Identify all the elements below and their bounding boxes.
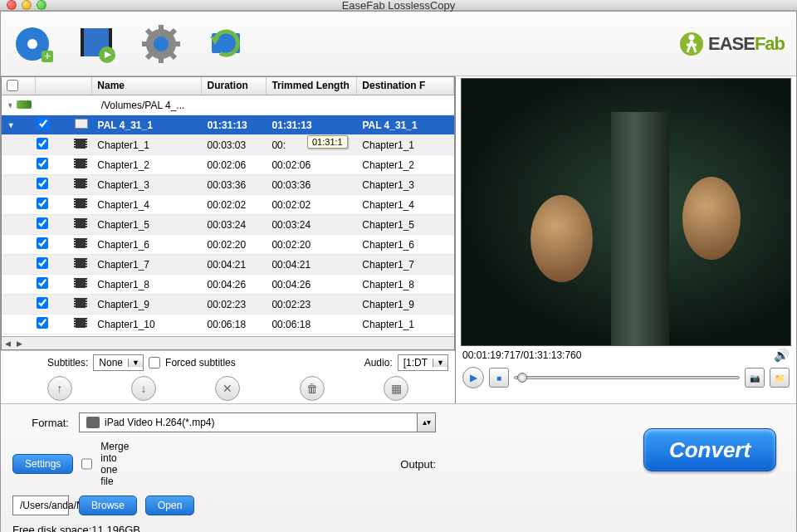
svg-text:+: + — [44, 49, 51, 62]
edit-button[interactable]: ▦ — [384, 376, 408, 401]
audio-select[interactable]: [1:DT▼ — [398, 354, 448, 371]
film-icon — [74, 298, 87, 308]
film-icon — [74, 139, 87, 149]
row-checkbox[interactable] — [37, 118, 49, 129]
output-combo[interactable]: /Users/anda/Movies ▼ — [12, 495, 69, 515]
row-checkbox[interactable] — [37, 277, 48, 289]
row-checkbox[interactable] — [37, 138, 48, 149]
dvd-icon — [17, 100, 32, 109]
remove-button[interactable]: ✕ — [215, 376, 240, 401]
move-down-button[interactable]: ↓ — [131, 376, 156, 401]
format-label: Format: — [12, 417, 69, 429]
free-disk-space: Free disk space:11.196GB — [12, 524, 785, 532]
move-up-button[interactable]: ↑ — [47, 376, 72, 401]
row-checkbox[interactable] — [37, 237, 48, 249]
svg-line-16 — [170, 53, 175, 58]
trash-button[interactable]: 🗑 — [300, 376, 325, 401]
subtitles-select[interactable]: None▼ — [93, 354, 144, 371]
svg-rect-5 — [81, 28, 84, 56]
film-icon — [74, 159, 87, 168]
chapter-row[interactable]: Chapter1_700:04:2100:04:21Chapter1_7 — [2, 255, 454, 275]
film-icon — [74, 218, 87, 228]
easefab-logo: EASEFab — [678, 31, 785, 57]
chapter-row[interactable]: Chapter1_1000:06:1800:06:18Chapter1_1 — [2, 315, 454, 334]
forced-subtitles-label: Forced subtitles — [165, 357, 236, 368]
refresh-icon[interactable] — [202, 22, 247, 66]
chapter-row[interactable]: Chapter1_500:03:2400:03:24Chapter1_5 — [2, 215, 454, 235]
seek-slider[interactable] — [514, 376, 740, 379]
chapter-row[interactable]: Chapter1_400:02:0200:02:02Chapter1_4 — [2, 195, 454, 215]
row-checkbox[interactable] — [37, 178, 48, 189]
svg-line-17 — [170, 30, 175, 35]
film-icon — [74, 238, 87, 248]
main-toolbar: + EASEFab — [1, 12, 796, 76]
subtitle-audio-row: Subtitles: None▼ Forced subtitles Audio:… — [1, 350, 455, 373]
row-checkbox[interactable] — [37, 158, 48, 169]
list-action-row: ↑ ↓ ✕ 🗑 ▦ — [1, 373, 455, 403]
load-disc-icon[interactable]: + — [12, 22, 57, 66]
row-checkbox[interactable] — [37, 257, 48, 269]
chapter-row[interactable]: Chapter1_600:02:2000:02:20Chapter1_6 — [2, 235, 454, 255]
source-table: Name Duration Trimmed Length Destination… — [1, 76, 455, 350]
chapter-row[interactable]: Chapter1_200:02:0600:02:06Chapter1_2 — [2, 155, 454, 175]
stop-button[interactable]: ■ — [489, 368, 509, 388]
svg-point-1 — [27, 39, 37, 49]
snapshot-button[interactable]: 📷 — [745, 368, 765, 388]
subtitles-label: Subtitles: — [47, 357, 88, 368]
row-checkbox[interactable] — [37, 317, 48, 329]
chapter-row[interactable]: Chapter1_900:02:2300:02:23Chapter1_9 — [2, 295, 454, 315]
chapter-row[interactable]: Chapter1_100:03:0300:Chapter1_1 — [2, 135, 454, 155]
open-button[interactable]: Open — [145, 495, 194, 515]
settings-button[interactable]: Settings — [12, 454, 73, 474]
forced-subtitles-checkbox[interactable] — [149, 357, 160, 368]
film-icon — [74, 318, 87, 328]
film-icon — [74, 198, 87, 208]
col-destination[interactable]: Destination F — [357, 77, 454, 95]
output-label: Output: — [79, 458, 436, 471]
video-preview[interactable] — [461, 78, 791, 346]
table-header: Name Duration Trimmed Length Destination… — [2, 77, 454, 95]
row-checkbox[interactable] — [37, 198, 48, 209]
chapter-row[interactable]: Chapter1_800:04:2600:04:26Chapter1_8 — [2, 275, 454, 295]
row-checkbox[interactable] — [37, 297, 48, 309]
col-duration[interactable]: Duration — [202, 77, 266, 95]
load-video-icon[interactable] — [76, 22, 120, 66]
open-folder-button[interactable]: 📁 — [770, 368, 790, 388]
browse-button[interactable]: Browse — [79, 495, 137, 515]
audio-label: Audio: — [364, 357, 393, 368]
convert-button[interactable]: Convert — [643, 428, 776, 471]
chapter-row[interactable]: Chapter1_300:03:3600:03:36Chapter1_3 — [2, 175, 454, 195]
window-title: EaseFab LosslessCopy — [0, 0, 797, 12]
horizontal-scrollbar[interactable] — [2, 336, 454, 349]
titlebar: EaseFab LosslessCopy — [0, 0, 797, 11]
svg-point-10 — [154, 37, 169, 51]
row-checkbox[interactable] — [37, 217, 48, 229]
svg-line-15 — [147, 30, 152, 35]
col-trimmed[interactable]: Trimmed Length — [266, 77, 357, 95]
col-name[interactable]: Name — [92, 77, 202, 95]
svg-line-18 — [147, 53, 152, 58]
select-all-checkbox[interactable] — [7, 80, 18, 91]
svg-point-22 — [688, 34, 694, 40]
source-volume-row[interactable]: ▼ /Volumes/PAL 4_... — [2, 95, 454, 115]
play-button[interactable]: ▶ — [462, 367, 484, 388]
film-icon — [74, 258, 87, 268]
playback-time: 00:01:19:717/01:31:13:760 — [462, 349, 581, 361]
settings-gear-icon[interactable] — [139, 22, 183, 66]
title-row-selected[interactable]: ▼ PAL 4_31_1 01:31:13 01:31:13 PAL 4_31_… — [2, 115, 454, 135]
format-combo[interactable]: iPad Video H.264(*.mp4) ▴▾ — [79, 412, 436, 432]
format-icon — [86, 417, 100, 428]
film-icon — [74, 178, 87, 188]
volume-icon[interactable]: 🔊 — [774, 348, 790, 363]
trim-tooltip: 01:31:1 — [307, 135, 348, 149]
clapper-icon — [75, 119, 88, 129]
film-icon — [74, 278, 87, 288]
